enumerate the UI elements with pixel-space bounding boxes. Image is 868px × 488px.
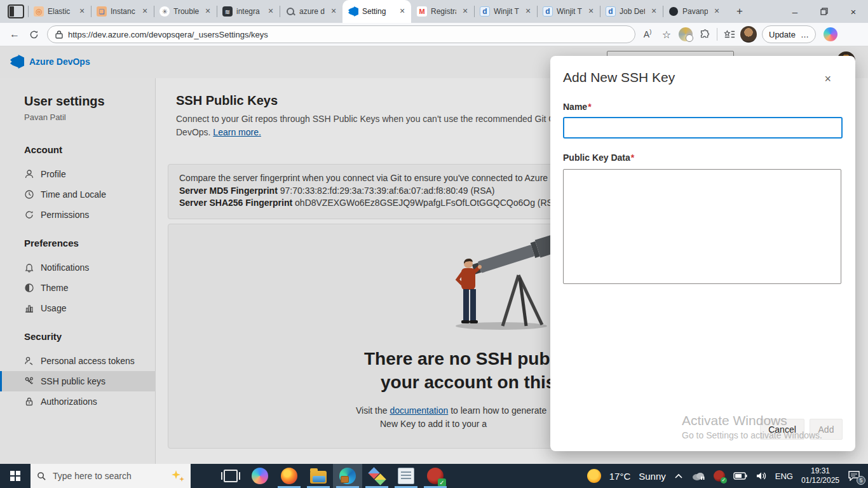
tab-close-icon[interactable]: × [203, 6, 213, 17]
read-aloud-icon: A [644, 29, 649, 39]
restore-icon [820, 8, 828, 15]
tab-close-icon[interactable]: × [397, 6, 407, 17]
profile-avatar [740, 26, 757, 43]
weather-sun-icon[interactable] [587, 469, 601, 483]
tab-close-icon[interactable]: × [586, 6, 596, 17]
tab-settings-active[interactable]: Setting × [342, 0, 411, 23]
file-explorer-icon [310, 471, 327, 484]
back-button[interactable]: ← [5, 25, 24, 44]
instance-icon [97, 6, 107, 17]
start-button[interactable] [0, 464, 31, 488]
tab-close-icon[interactable]: × [649, 6, 659, 17]
action-center-button[interactable]: 5 [848, 470, 862, 482]
tab-registration[interactable]: Registra × [411, 0, 474, 23]
tab-title: azure d [299, 7, 325, 16]
weather-condition[interactable]: Sunny [639, 471, 666, 482]
tab-title: Winjit T [494, 7, 519, 16]
windows-logo-icon [10, 471, 20, 481]
onedrive-paused-icon[interactable] [691, 471, 705, 480]
tab-azure-search[interactable]: azure d × [280, 0, 342, 23]
name-label: Name* [563, 102, 592, 112]
cancel-button[interactable]: Cancel [760, 419, 804, 440]
weather-temperature[interactable]: 17°C [609, 471, 631, 482]
volume-icon[interactable] [756, 471, 767, 480]
tab-elastic[interactable]: Elastic × [28, 0, 91, 23]
more-options-icon[interactable]: … [801, 30, 809, 39]
notification-count-badge: 5 [857, 476, 865, 485]
tab-close-icon[interactable]: × [266, 6, 276, 17]
battery-icon[interactable] [733, 472, 747, 480]
show-hidden-icons-chevron[interactable] [674, 473, 683, 479]
red-app-icon [427, 468, 444, 484]
firefox-icon [281, 468, 297, 484]
tray-time: 19:31 [811, 466, 830, 475]
read-aloud-button[interactable]: A) [638, 25, 657, 44]
tab-title: Instanc [111, 7, 136, 16]
tab-job-details[interactable]: Job Det × [600, 0, 663, 23]
tab-title: Winjit T [557, 7, 582, 16]
address-bar[interactable]: https://dev.azure.com/devopsqera/_usersS… [47, 25, 635, 43]
extension-badge-button[interactable] [676, 25, 695, 44]
taskbar-diamond-app[interactable] [362, 464, 391, 488]
search-icon [285, 6, 295, 17]
tab-close-icon[interactable]: × [712, 6, 722, 17]
window-minimize-button[interactable]: – [780, 0, 810, 23]
extension-badge-icon [679, 27, 693, 41]
openai-icon [159, 6, 170, 17]
taskbar-copilot[interactable] [245, 464, 275, 488]
task-view-icon [224, 470, 238, 482]
required-asterisk: * [631, 152, 634, 163]
elastic-icon [34, 6, 44, 17]
browser-toolbar: ← https://dev.azure.com/devopsqera/_user… [0, 23, 868, 46]
tab-winjit-1[interactable]: Winjit T × [474, 0, 537, 23]
clock[interactable]: 19:31 01/12/2025 [801, 466, 839, 485]
task-view-button[interactable] [216, 464, 245, 488]
profile-avatar-button[interactable] [739, 25, 758, 44]
window-restore-button[interactable] [810, 0, 839, 23]
add-button-disabled[interactable]: Add [810, 419, 843, 440]
tab-close-icon[interactable]: × [523, 6, 533, 17]
taskbar-firefox[interactable] [275, 464, 304, 488]
taskbar-search-box[interactable]: Type here to search [31, 464, 191, 488]
extensions-button[interactable] [695, 25, 714, 44]
tab-integration[interactable]: integra × [217, 0, 280, 23]
tray-red-app-icon[interactable]: ✓ [714, 470, 725, 482]
panel-close-button[interactable]: × [824, 72, 831, 86]
lock-icon [55, 30, 63, 39]
url-text: https://dev.azure.com/devopsqera/_usersS… [68, 30, 268, 39]
tab-trouble[interactable]: Trouble × [154, 0, 217, 23]
taskbar-red-app[interactable] [421, 464, 450, 488]
search-highlights-icon [170, 469, 184, 483]
workspaces-icon[interactable] [8, 4, 24, 18]
tab-close-icon[interactable]: × [140, 6, 150, 17]
tab-github[interactable]: Pavanp × [663, 0, 726, 23]
new-tab-button[interactable]: + [731, 3, 749, 20]
puzzle-icon [700, 29, 710, 40]
copilot-button[interactable] [821, 25, 840, 44]
azure-devops-icon [348, 6, 358, 17]
search-placeholder: Type here to search [53, 471, 164, 481]
window-close-button[interactable]: × [839, 0, 868, 23]
tab-title: Pavanp [682, 7, 708, 16]
tray-date: 01/12/2025 [801, 476, 839, 485]
favorites-hub-button[interactable] [720, 25, 739, 44]
taskbar-file-explorer[interactable] [304, 464, 333, 488]
tab-close-icon[interactable]: × [77, 6, 87, 17]
public-key-data-textarea[interactable] [563, 169, 841, 284]
name-input[interactable] [563, 117, 843, 139]
tab-close-icon[interactable]: × [460, 6, 470, 17]
taskbar-edge-active[interactable] [333, 464, 362, 488]
page-viewport: Azure DevOps User settings Pavan Patil A… [0, 46, 868, 464]
tab-close-icon[interactable]: × [329, 6, 339, 17]
favorite-star-button[interactable]: ☆ [657, 25, 676, 44]
gmail-icon [417, 6, 427, 17]
tab-winjit-2[interactable]: Winjit T × [537, 0, 600, 23]
language-indicator[interactable]: ENG [775, 471, 793, 481]
taskbar-notepad[interactable] [391, 464, 421, 488]
tab-instance[interactable]: Instanc × [91, 0, 154, 23]
update-button[interactable]: Update … [762, 25, 816, 43]
copilot-icon [252, 468, 268, 484]
copilot-icon [824, 27, 837, 41]
refresh-button[interactable] [24, 25, 43, 44]
diamond-app-icon [369, 468, 385, 484]
